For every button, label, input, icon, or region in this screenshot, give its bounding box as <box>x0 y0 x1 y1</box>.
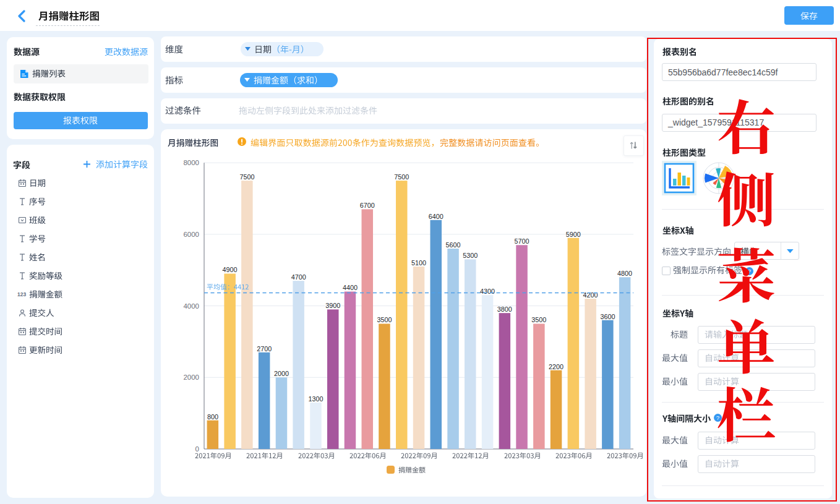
svg-text:4300: 4300 <box>480 288 495 295</box>
svg-text:0: 0 <box>195 445 199 453</box>
svg-text:4800: 4800 <box>617 270 632 277</box>
svg-text:5600: 5600 <box>445 241 460 249</box>
svg-text:6400: 6400 <box>429 213 444 220</box>
svg-text:4700: 4700 <box>291 273 306 281</box>
svg-text:3900: 3900 <box>325 302 340 309</box>
svg-text:3500: 3500 <box>531 316 546 323</box>
svg-text:7500: 7500 <box>239 173 254 181</box>
svg-text:5100: 5100 <box>411 259 426 267</box>
svg-text:4000: 4000 <box>183 302 199 310</box>
svg-text:2200: 2200 <box>549 363 564 370</box>
svg-text:3500: 3500 <box>377 316 392 323</box>
svg-text:3600: 3600 <box>600 313 615 320</box>
svg-text:2000: 2000 <box>274 370 289 377</box>
svg-text:1300: 1300 <box>308 395 323 403</box>
svg-text:5900: 5900 <box>566 231 581 238</box>
svg-text:8000: 8000 <box>183 159 199 166</box>
svg-text:4200: 4200 <box>583 291 598 299</box>
svg-text:6000: 6000 <box>183 231 199 238</box>
svg-text:2000: 2000 <box>183 374 199 381</box>
svg-text:3800: 3800 <box>497 305 512 313</box>
svg-text:5300: 5300 <box>463 252 478 259</box>
svg-text:4900: 4900 <box>223 266 238 273</box>
svg-text:7500: 7500 <box>394 173 409 181</box>
svg-text:800: 800 <box>207 413 218 421</box>
svg-text:6700: 6700 <box>360 202 375 209</box>
svg-text:5700: 5700 <box>515 237 529 245</box>
svg-text:2700: 2700 <box>257 345 272 352</box>
svg-text:4400: 4400 <box>343 284 358 291</box>
